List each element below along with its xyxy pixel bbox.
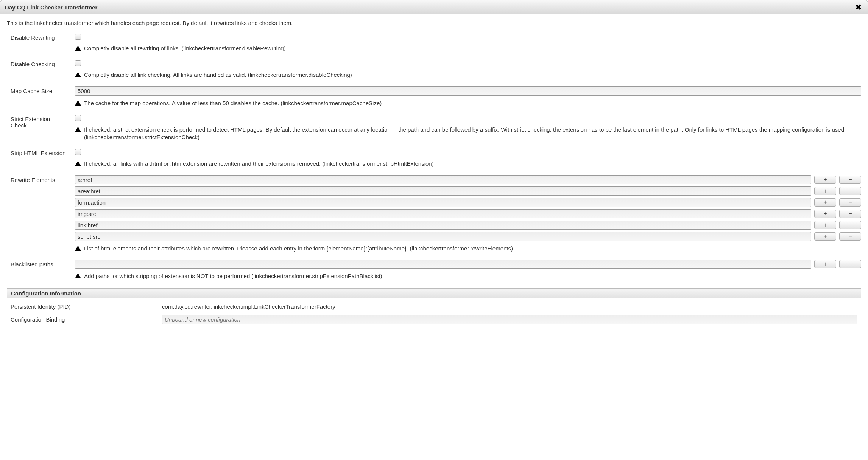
warning-icon [75,100,81,106]
label-strip-html-extension: Strip HTML Extension [7,148,67,156]
dialog-titlebar: Day CQ Link Checker Transformer ✖ [0,0,868,14]
close-icon[interactable]: ✖ [854,3,863,12]
rewriteElements-row: img:src+− [75,209,861,218]
remove-button[interactable]: − [839,260,861,268]
add-button[interactable]: + [814,232,836,241]
label-map-cache-size: Map Cache Size [7,86,67,94]
checkbox-strict-extension-check[interactable] [75,115,81,121]
rewriteElements-row: form:action+− [75,198,861,207]
remove-button[interactable]: − [839,198,861,207]
add-button[interactable]: + [814,176,836,184]
rewriteElements-input[interactable]: script:src [75,232,811,241]
svg-rect-4 [78,73,78,75]
add-button[interactable]: + [814,260,836,268]
field-strict-extension-check: Strict Extension Check If checked, a str… [7,111,861,145]
rewriteElements-row: area:href+− [75,186,861,196]
value-pid: com.day.cq.rewriter.linkchecker.impl.Lin… [162,303,857,310]
label-rewrite-elements: Rewrite Elements [7,175,67,183]
warning-icon [75,161,81,166]
blacklistedPaths-input[interactable] [75,260,811,269]
hint-strict-extension-check: If checked, a strict extension check is … [75,124,861,141]
rewriteElements-input[interactable]: form:action [75,198,811,207]
warning-icon [75,45,81,51]
config-info-table: Persistent Identity (PID) com.day.cq.rew… [7,301,861,326]
add-button[interactable]: + [814,210,836,218]
checkbox-strip-html-extension[interactable] [75,149,81,155]
warning-icon [75,127,81,132]
remove-button[interactable]: − [839,176,861,184]
hint-disable-checking: Completly disable all link checking. All… [75,70,861,79]
svg-rect-20 [78,277,78,278]
warning-icon [75,246,81,251]
remove-button[interactable]: − [839,232,861,241]
remove-button[interactable]: − [839,187,861,195]
remove-button[interactable]: − [839,221,861,229]
field-rewrite-elements: Rewrite Elements a:href+−area:href+−form… [7,172,861,256]
rewriteElements-input[interactable]: area:href [75,186,811,196]
input-binding[interactable] [162,315,857,324]
svg-rect-2 [78,49,78,50]
label-disable-checking: Disable Checking [7,59,67,67]
fields-container: Disable Rewriting Completly disable all … [0,30,868,326]
svg-rect-10 [78,128,78,130]
warning-icon [75,72,81,77]
hint-disable-rewriting: Completly disable all rewriting of links… [75,43,861,52]
rewriteElements-row: a:href+− [75,175,861,184]
config-info-header: Configuration Information [7,288,861,298]
label-binding: Configuration Binding [11,316,162,323]
add-button[interactable]: + [814,221,836,229]
label-pid: Persistent Identity (PID) [11,303,162,310]
svg-rect-11 [78,131,78,131]
rewriteElements-input[interactable]: link:href [75,221,811,230]
dialog-description: This is the linkchecker transformer whic… [0,14,868,30]
row-pid: Persistent Identity (PID) com.day.cq.rew… [7,301,861,312]
remove-button[interactable]: − [839,210,861,218]
field-disable-rewriting: Disable Rewriting Completly disable all … [7,30,861,56]
warning-icon [75,273,81,278]
field-strip-html-extension: Strip HTML Extension If checked, all lin… [7,145,861,171]
svg-rect-7 [78,102,78,104]
svg-rect-5 [78,76,78,76]
add-button[interactable]: + [814,198,836,207]
svg-rect-19 [78,275,78,277]
field-map-cache-size: Map Cache Size The cache for the map ope… [7,83,861,111]
label-blacklisted-paths: Blacklisted paths [7,260,67,267]
blacklistedPaths-row: +− [75,260,861,269]
hint-strip-html-extension: If checked, all links with a .html or .h… [75,159,861,168]
hint-map-cache-size: The cache for the map operations. A valu… [75,98,861,107]
dialog-title: Day CQ Link Checker Transformer [5,4,97,11]
label-strict-extension-check: Strict Extension Check [7,114,67,129]
svg-rect-8 [78,104,78,105]
row-binding: Configuration Binding [7,312,861,326]
hint-blacklistedPaths: Add paths for which stripping of extensi… [75,271,861,280]
field-disable-checking: Disable Checking Completly disable all l… [7,56,861,82]
checkbox-disable-rewriting[interactable] [75,34,81,40]
rewriteElements-input[interactable]: img:src [75,209,811,218]
svg-rect-13 [78,162,78,164]
rewriteElements-input[interactable]: a:href [75,175,811,184]
field-blacklisted-paths: Blacklisted paths +−Add paths for which … [7,256,861,284]
config-dialog: Day CQ Link Checker Transformer ✖ This i… [0,0,868,326]
add-button[interactable]: + [814,187,836,195]
rewriteElements-row: script:src+− [75,232,861,241]
svg-rect-16 [78,247,78,249]
hint-rewriteElements: List of html elements and their attribut… [75,243,861,252]
checkbox-disable-checking[interactable] [75,60,81,66]
label-disable-rewriting: Disable Rewriting [7,33,67,41]
svg-rect-14 [78,165,78,165]
rewriteElements-row: link:href+− [75,221,861,230]
input-map-cache-size[interactable] [75,86,861,96]
svg-rect-1 [78,47,78,49]
svg-rect-17 [78,249,78,250]
